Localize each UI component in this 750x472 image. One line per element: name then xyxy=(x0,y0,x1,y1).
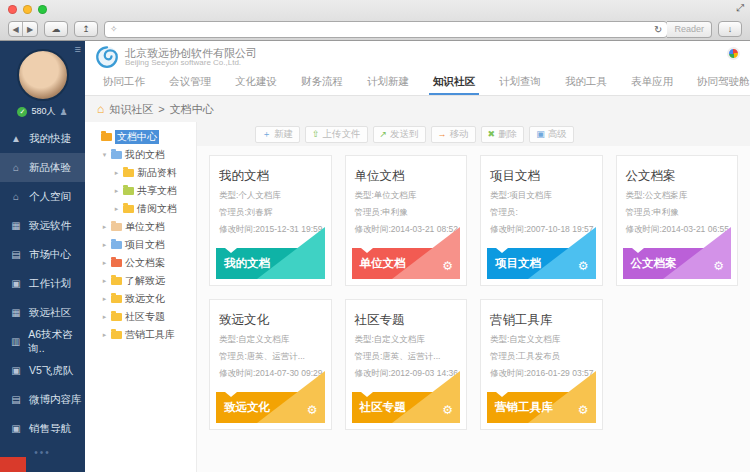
library-card-community-topics[interactable]: 社区专题 类型:自定义文档库 管理员:唐英、运营计... 修改时间:2012-0… xyxy=(345,299,468,430)
tab-meetings[interactable]: 会议管理 xyxy=(157,75,223,95)
tab-cockpit[interactable]: 协同驾驶舱 xyxy=(685,75,750,95)
advanced-button[interactable]: ▣ 高级 xyxy=(529,126,574,143)
home-icon[interactable]: ⌂ xyxy=(97,102,104,116)
tab-culture[interactable]: 文化建设 xyxy=(223,75,289,95)
sidebar: ≡ ✓ 580人 ♟ ▲ 我的快捷 ⌂ 新品体验 ⌂ 个人空间 ▦ 致远软件 ▤… xyxy=(0,41,85,472)
tree-item-marketing-toolkit[interactable]: ▸ 营销工具库 xyxy=(91,326,196,344)
new-doc-icon: ＋ xyxy=(262,128,271,141)
tree-item-unit-docs[interactable]: ▸ 单位文档 xyxy=(91,218,196,236)
sidebar-item-my-shortcuts[interactable]: ▲ 我的快捷 xyxy=(0,124,85,153)
chevron-right-icon[interactable]: ▸ xyxy=(101,241,108,249)
tree-item-official-archive[interactable]: ▸ 公文档案 xyxy=(91,254,196,272)
avatar[interactable] xyxy=(17,49,69,101)
icloud-tabs-button[interactable]: ☁ xyxy=(44,21,68,37)
back-button[interactable]: ◀ xyxy=(9,22,23,36)
pinwheel-icon[interactable] xyxy=(727,47,740,60)
gear-icon[interactable]: ⚙ xyxy=(442,259,453,273)
url-input[interactable] xyxy=(122,24,651,35)
refresh-icon[interactable]: ↻ xyxy=(654,24,662,35)
tree-item-shared-docs[interactable]: ▸ 共享文档 xyxy=(91,182,196,200)
chevron-right-icon[interactable]: ▸ xyxy=(101,295,108,303)
library-card-marketing-toolkit[interactable]: 营销工具库 类型:自定义文档库 管理员:工具发布员 修改时间:2016-01-2… xyxy=(480,299,603,430)
library-card-unit-docs[interactable]: 单位文档 类型:单位文档库 管理员:申利豫 修改时间:2014-03-21 08… xyxy=(345,155,468,286)
chevron-right-icon[interactable]: ▸ xyxy=(101,313,108,321)
document-toolbar: ＋ 新建 ⇧ 上传文件 ↗ 发送到 → 移动 xyxy=(197,122,750,146)
tab-form-apps[interactable]: 表单应用 xyxy=(619,75,685,95)
gear-icon[interactable]: ⚙ xyxy=(578,403,589,417)
sidebar-item-market-center[interactable]: ▤ 市场中心 xyxy=(0,240,85,269)
card-type: 类型:公文档案库 xyxy=(617,190,738,202)
briefcase-icon: ▣ xyxy=(10,365,22,376)
share-button[interactable]: ↥ xyxy=(74,21,98,37)
tab-my-tools[interactable]: 我的工具 xyxy=(553,75,619,95)
sidebar-item-label: 工作计划 xyxy=(29,277,71,291)
user-icon[interactable]: ♟ xyxy=(59,107,67,117)
send-to-button[interactable]: ↗ 发送到 xyxy=(373,126,426,143)
library-card-my-docs[interactable]: 我的文档 类型:个人文档库 管理员:刘春辉 修改时间:2015-12-31 19… xyxy=(209,155,332,286)
zoom-window-button[interactable] xyxy=(38,5,47,14)
tab-finance[interactable]: 财务流程 xyxy=(289,75,355,95)
gear-icon[interactable]: ⚙ xyxy=(442,403,453,417)
tab-knowledge-community[interactable]: 知识社区 xyxy=(421,75,487,95)
sidebar-item-label: V5飞虎队 xyxy=(29,364,73,378)
minimize-window-button[interactable] xyxy=(23,5,32,14)
sidebar-more-dots[interactable]: ••• xyxy=(0,443,85,458)
address-bar[interactable]: ✧ ↻ xyxy=(104,21,668,38)
sidebar-item-personal-space[interactable]: ⌂ 个人空间 xyxy=(0,182,85,211)
sidebar-item-weibo-library[interactable]: ▤ 微博内容库 xyxy=(0,385,85,414)
gear-icon[interactable]: ⚙ xyxy=(578,259,589,273)
library-card-project-docs[interactable]: 项目文档 类型:项目文档库 管理员: 修改时间:2007-10-18 19:57… xyxy=(480,155,603,286)
tree-item-community-topics[interactable]: ▸ 社区专题 xyxy=(91,308,196,326)
card-ribbon: 我的文档 xyxy=(216,248,325,279)
library-card-official-archive[interactable]: 公文档案 类型:公文档案库 管理员:申利豫 修改时间:2014-03-21 06… xyxy=(616,155,739,286)
tree-item-new-materials[interactable]: ▸ 新品资料 xyxy=(91,164,196,182)
chevron-right-icon[interactable]: ▸ xyxy=(113,169,120,177)
tree-item-borrowed-docs[interactable]: ▸ 借阅文档 xyxy=(91,200,196,218)
reader-button[interactable]: Reader xyxy=(667,21,712,38)
company-name-cn: 北京致远协创软件有限公司 xyxy=(125,47,257,59)
close-window-button[interactable] xyxy=(8,5,17,14)
card-ribbon: 致远文化 ⚙ xyxy=(216,392,325,423)
new-button[interactable]: ＋ 新建 xyxy=(255,126,300,143)
card-ribbon: 社区专题 ⚙ xyxy=(352,392,461,423)
chevron-down-icon[interactable]: ▾ xyxy=(101,151,108,159)
sidebar-item-v5-team[interactable]: ▣ V5飞虎队 xyxy=(0,356,85,385)
sidebar-menu-icon[interactable]: ≡ xyxy=(75,43,81,55)
tab-collaboration[interactable]: 协同工作 xyxy=(91,75,157,95)
chevron-right-icon[interactable]: ▸ xyxy=(101,259,108,267)
sidebar-item-seeyon-software[interactable]: ▦ 致远软件 xyxy=(0,211,85,240)
tree-item-doc-center[interactable]: 文档中心 xyxy=(91,128,196,146)
grid-icon: ▦ xyxy=(10,307,22,318)
tab-plan-new[interactable]: 计划新建 xyxy=(355,75,421,95)
tree-label: 营销工具库 xyxy=(125,328,175,342)
fullscreen-icon[interactable]: ⤢ xyxy=(736,2,744,14)
chevron-right-icon[interactable]: ▸ xyxy=(101,223,108,231)
sidebar-item-work-plan[interactable]: ▣ 工作计划 xyxy=(0,269,85,298)
tab-plan-query[interactable]: 计划查询 xyxy=(487,75,553,95)
house-icon: ⌂ xyxy=(10,162,22,173)
button-label: 删除 xyxy=(498,128,517,141)
move-button[interactable]: → 移动 xyxy=(431,126,476,143)
sidebar-item-seeyon-community[interactable]: ▦ 致远社区 xyxy=(0,298,85,327)
gear-icon[interactable]: ⚙ xyxy=(713,259,724,273)
sidebar-item-label: 个人空间 xyxy=(29,190,71,204)
downloads-button[interactable]: ↓ xyxy=(718,21,742,37)
sidebar-item-a6-consulting[interactable]: ▥ A6技术咨询.. xyxy=(0,327,85,356)
gear-icon[interactable]: ⚙ xyxy=(307,403,318,417)
tree-item-about-seeyon[interactable]: ▸ 了解致远 xyxy=(91,272,196,290)
forward-button[interactable]: ▶ xyxy=(23,22,37,36)
breadcrumb-section[interactable]: 知识社区 xyxy=(109,102,153,117)
tree-item-seeyon-culture[interactable]: ▸ 致远文化 xyxy=(91,290,196,308)
upload-file-button[interactable]: ⇧ 上传文件 xyxy=(305,126,368,143)
tree-item-project-docs[interactable]: ▸ 项目文档 xyxy=(91,236,196,254)
chevron-right-icon[interactable]: ▸ xyxy=(113,205,120,213)
chevron-right-icon[interactable]: ▸ xyxy=(101,277,108,285)
chevron-right-icon[interactable]: ▸ xyxy=(101,331,108,339)
card-ribbon: 项目文档 ⚙ xyxy=(487,248,596,279)
sidebar-item-new-experience[interactable]: ⌂ 新品体验 xyxy=(0,153,85,182)
tree-item-my-docs[interactable]: ▾ 我的文档 xyxy=(91,146,196,164)
chevron-right-icon[interactable]: ▸ xyxy=(113,187,120,195)
delete-button[interactable]: ✖ 删除 xyxy=(481,126,525,143)
sidebar-item-sales-navigation[interactable]: ▣ 销售导航 xyxy=(0,414,85,443)
library-card-seeyon-culture[interactable]: 致远文化 类型:自定义文档库 管理员:唐英、运营计... 修改时间:2014-0… xyxy=(209,299,332,430)
